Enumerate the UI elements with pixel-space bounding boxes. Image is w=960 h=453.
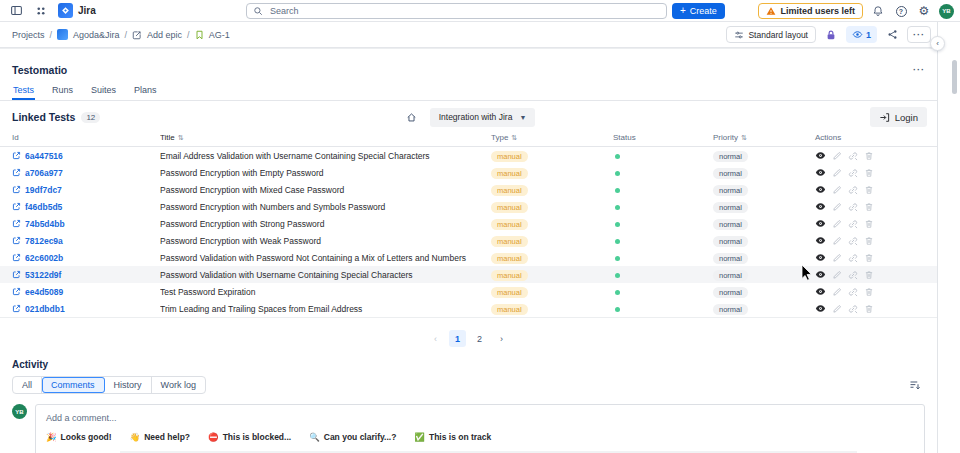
limited-users-button[interactable]: Limited users left (758, 3, 863, 19)
edit-icon[interactable] (832, 185, 842, 195)
table-row[interactable]: 021dbdb1 Trim Leading and Trailing Space… (0, 300, 937, 317)
table-row[interactable]: a706a977 Password Encryption with Empty … (0, 164, 937, 181)
unlink-icon[interactable] (848, 185, 858, 195)
table-row[interactable]: 53122d9f Password Validation with Userna… (0, 266, 937, 283)
delete-icon[interactable] (864, 287, 874, 297)
unlink-icon[interactable] (848, 202, 858, 212)
table-row[interactable]: 62c6002b Password Validation with Passwo… (0, 249, 937, 266)
test-id-link[interactable]: 53122d9f (25, 270, 61, 280)
test-id-link[interactable]: 74b5d4bb (25, 219, 65, 229)
column-header-type[interactable]: Type⇅ (491, 133, 613, 142)
tab-suites[interactable]: Suites (90, 83, 117, 100)
gear-icon[interactable]: ⚙ (916, 3, 932, 19)
table-row[interactable]: 7812ec9a Password Encryption with Weak P… (0, 232, 937, 249)
delete-icon[interactable] (864, 253, 874, 263)
breadcrumb-project[interactable]: Agoda&Jira (73, 30, 120, 40)
scrollbar-thumb[interactable] (952, 60, 957, 94)
search-bar[interactable] (246, 3, 667, 19)
unlink-icon[interactable] (848, 168, 858, 178)
tab-runs[interactable]: Runs (51, 83, 74, 100)
quick-reply-chip[interactable]: 🎉Looks good! (46, 432, 112, 442)
view-test-icon[interactable] (815, 252, 826, 263)
test-id-link[interactable]: f46db5d5 (25, 202, 62, 212)
delete-icon[interactable] (864, 202, 874, 212)
view-test-icon[interactable] (815, 218, 826, 229)
pagination-page-1[interactable]: 1 (449, 330, 466, 347)
delete-icon[interactable] (864, 304, 874, 314)
unlink-icon[interactable] (848, 287, 858, 297)
breadcrumb-projects[interactable]: Projects (12, 30, 45, 40)
edit-icon[interactable] (832, 253, 842, 263)
view-test-icon[interactable] (815, 286, 826, 297)
quick-reply-chip[interactable]: 🔍Can you clarify...? (309, 432, 396, 442)
activity-tab-all[interactable]: All (13, 377, 42, 393)
quick-reply-chip[interactable]: ⛔This is blocked... (208, 432, 291, 442)
create-button[interactable]: + Create (672, 3, 725, 19)
test-id-link[interactable]: 021dbdb1 (25, 304, 65, 314)
search-input[interactable] (268, 5, 660, 17)
tab-plans[interactable]: Plans (133, 83, 158, 100)
panel-more-icon[interactable]: ··· (913, 65, 925, 75)
delete-icon[interactable] (864, 151, 874, 161)
table-row[interactable]: 19df7dc7 Password Encryption with Mixed … (0, 181, 937, 198)
integration-dropdown[interactable]: Integration with Jira ▼ (430, 108, 536, 127)
edit-icon[interactable] (832, 287, 842, 297)
login-button[interactable]: Login (870, 107, 927, 127)
unlink-icon[interactable] (848, 253, 858, 263)
view-test-icon[interactable] (815, 167, 826, 178)
delete-icon[interactable] (864, 185, 874, 195)
edit-icon[interactable] (832, 304, 842, 314)
table-row[interactable]: 74b5d4bb Password Encryption with Strong… (0, 215, 937, 232)
test-id-link[interactable]: 19df7dc7 (25, 185, 62, 195)
delete-icon[interactable] (864, 168, 874, 178)
edit-icon[interactable] (832, 270, 842, 280)
activity-tab-comments[interactable]: Comments (42, 377, 105, 393)
help-icon[interactable]: ? (893, 3, 909, 19)
pagination-prev[interactable]: ‹ (427, 330, 444, 347)
home-icon[interactable] (404, 109, 420, 125)
edit-icon[interactable] (832, 219, 842, 229)
test-id-link[interactable]: ee4d5089 (25, 287, 63, 297)
breadcrumb-issue[interactable]: AG-1 (209, 30, 230, 40)
app-switcher-icon[interactable] (33, 3, 49, 19)
pagination-page-2[interactable]: 2 (471, 330, 488, 347)
edit-icon[interactable] (832, 202, 842, 212)
column-header-priority[interactable]: Priority⇅ (713, 133, 815, 142)
quick-reply-chip[interactable]: 👋Need help? (130, 432, 190, 442)
table-row[interactable]: ee4d5089 Test Password Expiration manual… (0, 283, 937, 300)
view-test-icon[interactable] (815, 303, 826, 314)
view-test-icon[interactable] (815, 235, 826, 246)
pagination-next[interactable]: › (493, 330, 510, 347)
jira-logo-icon[interactable] (58, 3, 73, 18)
column-header-title[interactable]: Title⇅ (160, 133, 491, 142)
user-avatar[interactable]: YB (939, 4, 954, 19)
collapse-panel-button[interactable]: ‹ (930, 36, 945, 51)
view-test-icon[interactable] (815, 184, 826, 195)
table-row[interactable]: f46db5d5 Password Encryption with Number… (0, 198, 937, 215)
breadcrumb-add-epic[interactable]: Add epic (147, 30, 182, 40)
test-id-link[interactable]: 62c6002b (25, 253, 63, 263)
test-id-link[interactable]: 7812ec9a (25, 236, 63, 246)
share-icon[interactable] (884, 27, 900, 43)
view-test-icon[interactable] (815, 269, 826, 280)
view-test-icon[interactable] (815, 201, 826, 212)
watchers-button[interactable]: 1 (846, 26, 877, 43)
unlink-icon[interactable] (848, 304, 858, 314)
tab-tests[interactable]: Tests (12, 83, 35, 100)
edit-icon[interactable] (832, 236, 842, 246)
unlink-icon[interactable] (848, 270, 858, 280)
unlink-icon[interactable] (848, 219, 858, 229)
activity-tab-history[interactable]: History (105, 377, 152, 393)
sidebar-toggle-icon[interactable] (8, 3, 24, 19)
view-test-icon[interactable] (815, 150, 826, 161)
comment-input[interactable]: Add a comment... 🎉Looks good!👋Need help?… (35, 404, 925, 453)
edit-icon[interactable] (832, 151, 842, 161)
test-id-link[interactable]: a706a977 (25, 168, 63, 178)
sort-order-icon[interactable] (909, 379, 921, 391)
unlink-icon[interactable] (848, 151, 858, 161)
standard-layout-button[interactable]: Standard layout (726, 26, 816, 43)
delete-icon[interactable] (864, 236, 874, 246)
test-id-link[interactable]: 6a447516 (25, 151, 63, 161)
more-actions-button[interactable]: ··· (907, 26, 931, 43)
edit-icon[interactable] (832, 168, 842, 178)
